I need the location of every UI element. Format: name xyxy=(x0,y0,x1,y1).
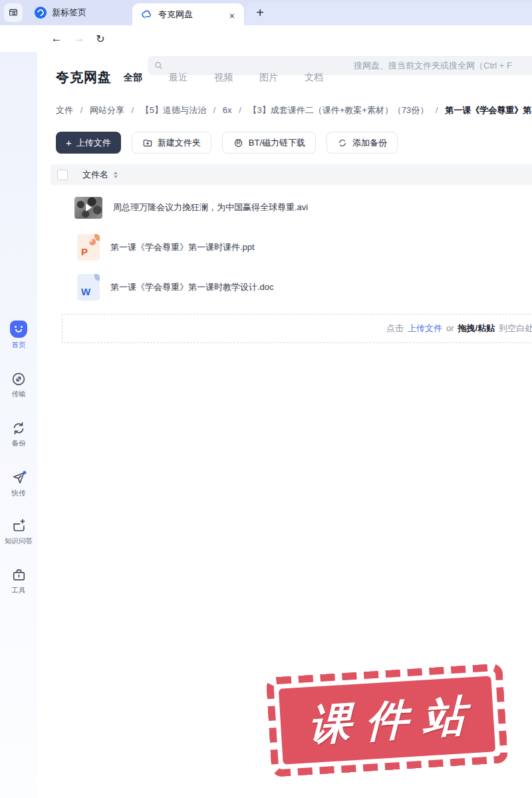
upload-file-label: 上传文件 xyxy=(76,137,111,149)
sidebar: 首页 传输 备份 快传 知识问答 xyxy=(0,52,37,798)
sidebar-item-label: 快传 xyxy=(0,489,37,498)
new-tab-button[interactable]: + xyxy=(251,4,269,21)
svg-text:BT: BT xyxy=(236,142,240,145)
new-folder-button[interactable]: 新建文件夹 xyxy=(132,132,211,154)
dropzone-hint: 点击上传文件or拖拽/粘贴到空白处 xyxy=(386,323,532,334)
new-folder-label: 新建文件夹 xyxy=(158,137,201,149)
tab-close-icon[interactable]: × xyxy=(229,11,235,21)
doc-letter: W xyxy=(81,286,90,297)
folder-plus-icon xyxy=(142,138,153,148)
pie-glyph xyxy=(89,239,96,245)
tab-label: 新标签页 xyxy=(52,7,86,19)
breadcrumb-separator: / xyxy=(436,105,438,115)
home-icon xyxy=(10,321,27,338)
tools-icon xyxy=(11,567,27,583)
sidebar-item-backup[interactable]: 备份 xyxy=(0,420,37,448)
bt-magnet-download-button[interactable]: BT BT/磁力链下载 xyxy=(222,132,316,154)
play-icon xyxy=(86,203,92,211)
breadcrumb: 文件 / 网站分享 / 【5】道德与法治 / 6x / 【3】成套课件二（课件+… xyxy=(56,103,532,118)
back-icon[interactable]: ← xyxy=(48,25,65,52)
tab-image[interactable]: 图片 xyxy=(259,72,278,84)
quark-cloud-icon xyxy=(140,8,153,21)
tab-all[interactable]: 全部 xyxy=(124,72,142,84)
sidebar-item-knowledge-qa[interactable]: 知识问答 xyxy=(0,517,37,546)
breadcrumb-separator: / xyxy=(80,105,83,115)
browser-toolbar: ← → ↻ xyxy=(0,25,532,52)
tab-recent[interactable]: 最近 xyxy=(169,72,188,84)
sync-icon xyxy=(337,138,348,148)
ppt-letter: P xyxy=(81,246,88,257)
add-backup-label: 添加备份 xyxy=(352,137,387,149)
file-name[interactable]: 周总理万隆会议力挽狂澜，为中国赢得全球尊重.avi xyxy=(113,201,308,213)
bt-download-icon: BT xyxy=(233,137,244,148)
dropzone-upload-link[interactable]: 上传文件 xyxy=(408,323,442,333)
filter-tabs: 全部 最近 视频 图片 文档 xyxy=(124,72,323,84)
select-all-checkbox[interactable] xyxy=(57,170,68,180)
file-name[interactable]: 第一课《学会尊重》第一课时课件.ppt xyxy=(110,241,255,253)
knowledge-qa-icon xyxy=(11,517,27,534)
sidebar-item-label: 备份 xyxy=(0,439,37,448)
breadcrumb-separator: / xyxy=(132,105,134,115)
sidebar-item-label: 工具 xyxy=(0,586,37,595)
tab-label: 夸克网盘 xyxy=(158,9,193,21)
add-backup-button[interactable]: 添加备份 xyxy=(327,132,398,154)
tab-search-icon xyxy=(8,7,19,18)
sort-icon[interactable] xyxy=(114,172,118,178)
file-row-ppt[interactable]: P 第一课《学会尊重》第一课时课件.ppt xyxy=(37,227,532,267)
breadcrumb-item[interactable]: 6x xyxy=(223,105,232,115)
ppt-file-icon: P xyxy=(77,234,100,261)
dropzone-or-text: or xyxy=(446,323,454,333)
sidebar-item-home[interactable]: 首页 xyxy=(0,321,37,350)
tab-search-button[interactable] xyxy=(4,3,23,22)
breadcrumb-separator: / xyxy=(239,105,241,115)
quark-browser-logo-icon xyxy=(35,7,47,19)
refresh-icon[interactable]: ↻ xyxy=(92,25,109,52)
page-title: 夸克网盘 xyxy=(56,68,112,86)
breadcrumb-item-current: 第一课《学会尊重》第 xyxy=(445,105,531,115)
breadcrumb-item[interactable]: 【3】成套课件二（课件+教案+素材）（73份） xyxy=(248,105,428,115)
plus-icon: + xyxy=(66,137,72,148)
stamp-background: 课件站 xyxy=(279,676,495,764)
breadcrumb-item[interactable]: 文件 xyxy=(56,105,73,115)
file-row-video[interactable]: 周总理万隆会议力挽狂澜，为中国赢得全球尊重.avi xyxy=(37,188,532,227)
bt-download-label: BT/磁力链下载 xyxy=(249,137,305,149)
file-row-doc[interactable]: W 第一课《学会尊重》第一课时教学设计.doc xyxy=(37,267,532,307)
dog-ear xyxy=(94,274,100,281)
dropzone-click-text: 点击 xyxy=(386,323,404,333)
dropzone-drag-text: 拖拽/粘贴 xyxy=(458,323,495,333)
tab-document[interactable]: 文档 xyxy=(305,72,323,84)
video-thumbnail xyxy=(74,197,102,219)
browser-tab-quark-drive[interactable]: 夸克网盘 × xyxy=(132,3,244,25)
sidebar-item-tools[interactable]: 工具 xyxy=(0,567,37,595)
sidebar-item-label: 知识问答 xyxy=(0,537,37,546)
filename-column-header: 文件名 xyxy=(82,169,108,181)
sidebar-item-transfer[interactable]: 传输 xyxy=(0,371,37,399)
sidebar-item-label: 首页 xyxy=(0,340,37,350)
doc-file-icon: W xyxy=(77,274,100,301)
breadcrumb-item[interactable]: 网站分享 xyxy=(90,105,124,115)
browser-tab-newtab[interactable]: 新标签页 xyxy=(27,0,126,25)
sidebar-item-quick-send[interactable]: 快传 xyxy=(0,469,37,498)
stamp-text: 课件站 xyxy=(294,686,480,755)
file-table-header: 文件名 xyxy=(51,164,532,185)
backup-icon xyxy=(11,420,27,436)
breadcrumb-item[interactable]: 【5】道德与法治 xyxy=(141,105,206,115)
breadcrumb-separator: / xyxy=(213,105,216,115)
action-buttons: + 上传文件 新建文件夹 BT BT/磁力链下载 添加备份 xyxy=(56,132,398,154)
browser-tab-bar: 新标签页 夸克网盘 × + xyxy=(0,0,532,25)
dropzone-target-text: 到空白处 xyxy=(499,323,532,333)
file-name[interactable]: 第一课《学会尊重》第一课时教学设计.doc xyxy=(110,281,274,293)
tabbar-spacer xyxy=(245,3,532,25)
watermark-stamp: 课件站 xyxy=(266,663,508,777)
upload-dropzone[interactable]: 点击上传文件or拖拽/粘贴到空白处 xyxy=(62,314,532,343)
file-list: 周总理万隆会议力挽狂澜，为中国赢得全球尊重.avi P 第一课《学会尊重》第一课… xyxy=(37,188,532,307)
tab-video[interactable]: 视频 xyxy=(214,72,233,84)
forward-icon[interactable]: → xyxy=(70,25,88,52)
quick-send-icon xyxy=(11,469,27,486)
upload-file-button[interactable]: + 上传文件 xyxy=(56,132,121,154)
sidebar-item-label: 传输 xyxy=(0,390,37,399)
transfer-icon xyxy=(11,371,27,387)
